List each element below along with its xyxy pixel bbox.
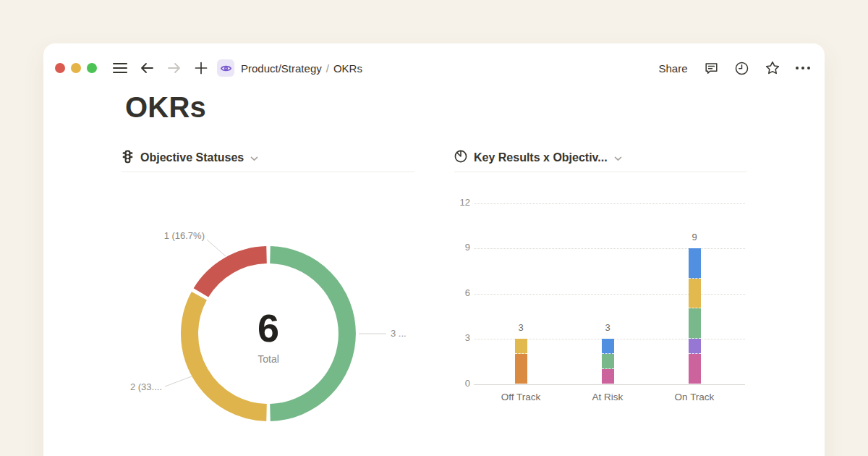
bar-segment[interactable] <box>602 354 614 369</box>
gridline <box>474 203 745 204</box>
bar-segment[interactable] <box>689 354 701 384</box>
new-page-plus-icon[interactable] <box>194 61 208 75</box>
breadcrumb-separator: / <box>326 62 329 75</box>
bar-segment[interactable] <box>515 339 527 354</box>
x-axis-line <box>474 384 745 385</box>
chevron-down-icon <box>250 151 258 164</box>
x-axis-category: Off Track <box>485 392 557 402</box>
x-axis-category: On Track <box>658 392 731 402</box>
y-axis-tick: 3 <box>454 332 470 343</box>
traffic-light-status-icon <box>122 150 134 166</box>
donut-total-value: 6 <box>196 305 341 350</box>
donut-chart-title: Objective Statuses <box>140 151 244 164</box>
traffic-light-yellow[interactable] <box>71 63 81 73</box>
donut-callout-yellow: 2 (33.... <box>119 381 162 392</box>
x-axis-category: At Risk <box>571 392 644 402</box>
more-options-icon[interactable] <box>796 67 811 70</box>
y-axis-tick: 12 <box>454 197 470 208</box>
bar-total-label: 9 <box>680 232 709 242</box>
bar-segment[interactable] <box>602 369 614 384</box>
updates-clock-icon[interactable] <box>734 61 749 76</box>
breadcrumb-parent[interactable]: Product/Strategy <box>241 62 322 75</box>
donut-total-label: Total <box>196 353 341 365</box>
donut-callout-green: 3 ... <box>391 328 407 339</box>
toolbar-left: Product/Strategy / OKRs <box>55 59 362 77</box>
donut-callout-red: 1 (16.7%) <box>132 230 205 241</box>
bar-chart-title: Key Results x Objectiv... <box>474 151 608 164</box>
pie-chart-icon <box>454 150 467 166</box>
forward-arrow-icon[interactable] <box>166 61 182 75</box>
bar-total-label: 3 <box>593 322 622 333</box>
favorite-star-icon[interactable] <box>765 60 780 76</box>
chevron-down-icon <box>614 151 622 164</box>
y-axis-tick: 6 <box>454 287 470 298</box>
app-window: Product/Strategy / OKRs Share OKRs Objec… <box>43 43 825 456</box>
y-axis-tick: 9 <box>454 242 470 253</box>
toolbar: Product/Strategy / OKRs Share <box>55 52 810 84</box>
donut-chart-header[interactable]: Objective Statuses <box>122 149 258 166</box>
share-button[interactable]: Share <box>658 62 687 75</box>
traffic-light-red[interactable] <box>55 63 65 73</box>
bar-chart-header[interactable]: Key Results x Objectiv... <box>454 149 622 166</box>
bar-total-label: 3 <box>506 322 535 333</box>
bar-segment[interactable] <box>515 354 527 384</box>
breadcrumb: Product/Strategy / OKRs <box>241 62 362 75</box>
breadcrumb-current[interactable]: OKRs <box>333 62 362 75</box>
y-axis-tick: 0 <box>454 378 470 389</box>
page-title: OKRs <box>125 91 206 124</box>
gridline <box>474 248 745 249</box>
callout-leader-line <box>207 240 226 256</box>
gridline <box>474 294 745 295</box>
comments-icon[interactable] <box>704 61 719 76</box>
bar-chart-panel: 0369123Off Track3At Risk9On Track <box>454 172 746 456</box>
page-emoji-eye-icon[interactable] <box>217 59 234 77</box>
sidebar-menu-icon[interactable] <box>113 63 127 74</box>
bar-segment[interactable] <box>689 279 701 309</box>
bar-segment[interactable] <box>689 308 701 339</box>
back-arrow-icon[interactable] <box>139 61 155 75</box>
callout-leader-line <box>165 376 192 387</box>
donut-chart-panel: 1 (16.7%) 2 (33.... 3 ... 6 Total <box>122 172 414 456</box>
bar-segment[interactable] <box>689 248 701 279</box>
bar-segment[interactable] <box>602 339 614 354</box>
bar-plot: 0369123Off Track3At Risk9On Track <box>454 172 746 456</box>
toolbar-right: Share <box>658 60 810 76</box>
donut-slice[interactable] <box>201 255 267 292</box>
bar-segment[interactable] <box>689 339 701 354</box>
traffic-light-green[interactable] <box>87 63 97 73</box>
